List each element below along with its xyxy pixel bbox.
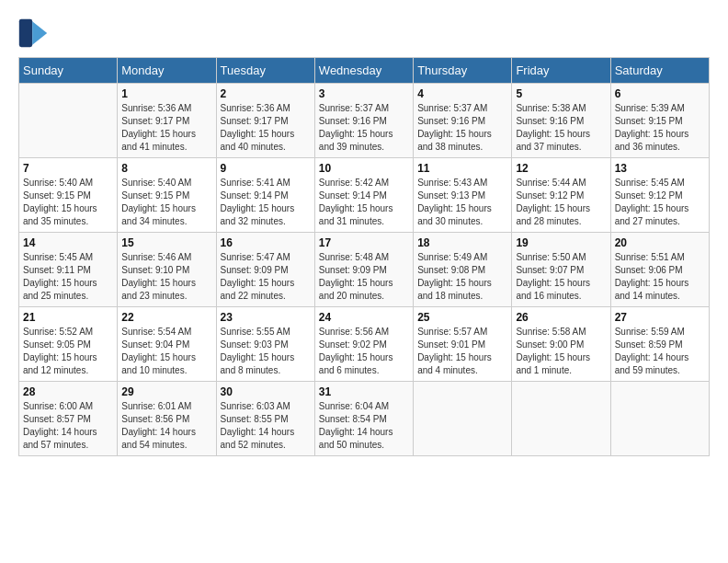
day-info: Sunrise: 5:45 AMSunset: 9:12 PMDaylight:… [615, 177, 705, 228]
day-cell: 20Sunrise: 5:51 AMSunset: 9:06 PMDayligh… [610, 233, 709, 307]
day-cell: 1Sunrise: 5:36 AMSunset: 9:17 PMDaylight… [118, 84, 216, 158]
day-info: Sunrise: 5:55 AMSunset: 9:03 PMDaylight:… [221, 326, 311, 377]
day-cell: 28Sunrise: 6:00 AMSunset: 8:57 PMDayligh… [19, 382, 118, 456]
day-number: 27 [615, 311, 705, 324]
day-number: 9 [221, 162, 311, 175]
day-info: Sunrise: 5:38 AMSunset: 9:16 PMDaylight:… [516, 102, 606, 154]
day-info: Sunrise: 5:51 AMSunset: 9:06 PMDaylight:… [615, 251, 705, 303]
day-info: Sunrise: 6:03 AMSunset: 8:55 PMDaylight:… [221, 400, 311, 452]
day-number: 8 [121, 162, 211, 175]
day-number: 21 [23, 311, 113, 324]
calendar-table: SundayMondayTuesdayWednesdayThursdayFrid… [18, 57, 710, 456]
header-cell-sunday: Sunday [19, 58, 118, 84]
week-row-3: 14Sunrise: 5:45 AMSunset: 9:11 PMDayligh… [19, 233, 710, 307]
header-cell-friday: Friday [512, 58, 610, 84]
day-number: 29 [121, 385, 211, 398]
day-cell: 17Sunrise: 5:48 AMSunset: 9:09 PMDayligh… [314, 233, 413, 307]
day-info: Sunrise: 5:40 AMSunset: 9:15 PMDaylight:… [23, 177, 113, 228]
logo [18, 18, 51, 48]
day-number: 16 [221, 236, 311, 249]
day-number: 7 [23, 162, 113, 175]
day-info: Sunrise: 5:40 AMSunset: 9:15 PMDaylight:… [121, 177, 211, 228]
day-number: 2 [221, 87, 311, 100]
day-info: Sunrise: 5:36 AMSunset: 9:17 PMDaylight:… [221, 102, 311, 154]
day-info: Sunrise: 5:46 AMSunset: 9:10 PMDaylight:… [121, 251, 211, 303]
day-number: 14 [23, 236, 113, 249]
day-cell: 8Sunrise: 5:40 AMSunset: 9:15 PMDaylight… [118, 158, 216, 233]
day-info: Sunrise: 5:37 AMSunset: 9:16 PMDaylight:… [417, 102, 507, 154]
day-info: Sunrise: 5:39 AMSunset: 9:15 PMDaylight:… [615, 102, 705, 154]
day-number: 18 [417, 236, 507, 249]
header-cell-tuesday: Tuesday [216, 58, 314, 84]
header-cell-monday: Monday [118, 58, 216, 84]
svg-rect-1 [19, 19, 32, 47]
day-number: 26 [516, 311, 606, 324]
day-info: Sunrise: 6:04 AMSunset: 8:54 PMDaylight:… [319, 400, 409, 452]
logo-icon [18, 18, 48, 48]
day-number: 15 [121, 236, 211, 249]
day-number: 24 [319, 311, 409, 324]
day-number: 20 [615, 236, 705, 249]
day-cell: 29Sunrise: 6:01 AMSunset: 8:56 PMDayligh… [118, 382, 216, 456]
day-info: Sunrise: 5:48 AMSunset: 9:09 PMDaylight:… [319, 251, 409, 303]
day-number: 19 [516, 236, 606, 249]
day-info: Sunrise: 5:37 AMSunset: 9:16 PMDaylight:… [319, 102, 409, 154]
day-info: Sunrise: 5:43 AMSunset: 9:13 PMDaylight:… [417, 177, 507, 228]
day-number: 11 [417, 162, 507, 175]
day-cell: 10Sunrise: 5:42 AMSunset: 9:14 PMDayligh… [314, 158, 413, 233]
header-cell-thursday: Thursday [414, 58, 512, 84]
day-info: Sunrise: 5:50 AMSunset: 9:07 PMDaylight:… [516, 251, 606, 303]
day-info: Sunrise: 5:54 AMSunset: 9:04 PMDaylight:… [121, 326, 211, 377]
day-number: 30 [221, 385, 311, 398]
day-number: 3 [319, 87, 409, 100]
day-info: Sunrise: 5:36 AMSunset: 9:17 PMDaylight:… [121, 102, 211, 154]
day-info: Sunrise: 5:41 AMSunset: 9:14 PMDaylight:… [221, 177, 311, 228]
day-cell: 22Sunrise: 5:54 AMSunset: 9:04 PMDayligh… [118, 307, 216, 382]
day-cell: 19Sunrise: 5:50 AMSunset: 9:07 PMDayligh… [512, 233, 610, 307]
day-info: Sunrise: 5:59 AMSunset: 8:59 PMDaylight:… [615, 326, 705, 377]
day-info: Sunrise: 5:42 AMSunset: 9:14 PMDaylight:… [319, 177, 409, 228]
week-row-4: 21Sunrise: 5:52 AMSunset: 9:05 PMDayligh… [19, 307, 710, 382]
day-number: 31 [319, 385, 409, 398]
day-cell: 9Sunrise: 5:41 AMSunset: 9:14 PMDaylight… [216, 158, 314, 233]
day-info: Sunrise: 5:49 AMSunset: 9:08 PMDaylight:… [417, 251, 507, 303]
day-cell: 3Sunrise: 5:37 AMSunset: 9:16 PMDaylight… [314, 84, 413, 158]
day-number: 13 [615, 162, 705, 175]
day-cell: 16Sunrise: 5:47 AMSunset: 9:09 PMDayligh… [216, 233, 314, 307]
day-number: 25 [417, 311, 507, 324]
day-number: 17 [319, 236, 409, 249]
day-cell: 11Sunrise: 5:43 AMSunset: 9:13 PMDayligh… [414, 158, 512, 233]
day-cell: 15Sunrise: 5:46 AMSunset: 9:10 PMDayligh… [118, 233, 216, 307]
header-cell-wednesday: Wednesday [314, 58, 413, 84]
header [18, 18, 710, 48]
day-info: Sunrise: 6:01 AMSunset: 8:56 PMDaylight:… [121, 400, 211, 452]
day-cell: 30Sunrise: 6:03 AMSunset: 8:55 PMDayligh… [216, 382, 314, 456]
day-info: Sunrise: 5:47 AMSunset: 9:09 PMDaylight:… [221, 251, 311, 303]
header-cell-saturday: Saturday [610, 58, 709, 84]
day-info: Sunrise: 5:45 AMSunset: 9:11 PMDaylight:… [23, 251, 113, 303]
day-number: 1 [121, 87, 211, 100]
day-cell: 2Sunrise: 5:36 AMSunset: 9:17 PMDaylight… [216, 84, 314, 158]
day-number: 22 [121, 311, 211, 324]
week-row-2: 7Sunrise: 5:40 AMSunset: 9:15 PMDaylight… [19, 158, 710, 233]
day-cell: 4Sunrise: 5:37 AMSunset: 9:16 PMDaylight… [414, 84, 512, 158]
week-row-1: 1Sunrise: 5:36 AMSunset: 9:17 PMDaylight… [19, 84, 710, 158]
day-cell [512, 382, 610, 456]
day-cell: 14Sunrise: 5:45 AMSunset: 9:11 PMDayligh… [19, 233, 118, 307]
day-cell: 26Sunrise: 5:58 AMSunset: 9:00 PMDayligh… [512, 307, 610, 382]
day-number: 12 [516, 162, 606, 175]
day-info: Sunrise: 5:52 AMSunset: 9:05 PMDaylight:… [23, 326, 113, 377]
day-number: 6 [615, 87, 705, 100]
day-cell: 18Sunrise: 5:49 AMSunset: 9:08 PMDayligh… [414, 233, 512, 307]
day-cell: 12Sunrise: 5:44 AMSunset: 9:12 PMDayligh… [512, 158, 610, 233]
day-info: Sunrise: 5:57 AMSunset: 9:01 PMDaylight:… [417, 326, 507, 377]
day-info: Sunrise: 5:44 AMSunset: 9:12 PMDaylight:… [516, 177, 606, 228]
day-cell: 6Sunrise: 5:39 AMSunset: 9:15 PMDaylight… [610, 84, 709, 158]
day-number: 23 [221, 311, 311, 324]
day-number: 4 [417, 87, 507, 100]
week-row-5: 28Sunrise: 6:00 AMSunset: 8:57 PMDayligh… [19, 382, 710, 456]
day-number: 10 [319, 162, 409, 175]
day-cell: 7Sunrise: 5:40 AMSunset: 9:15 PMDaylight… [19, 158, 118, 233]
day-cell: 25Sunrise: 5:57 AMSunset: 9:01 PMDayligh… [414, 307, 512, 382]
day-cell: 21Sunrise: 5:52 AMSunset: 9:05 PMDayligh… [19, 307, 118, 382]
